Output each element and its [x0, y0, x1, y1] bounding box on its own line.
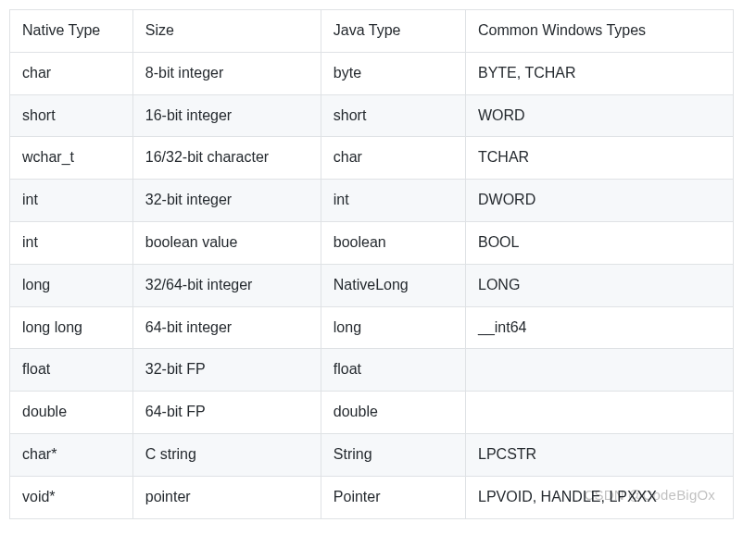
table-header-row: Native Type Size Java Type Common Window… [10, 10, 734, 53]
cell-java: float [321, 349, 465, 392]
cell-native: int [10, 180, 133, 222]
cell-size: 16-bit integer [132, 94, 321, 137]
table-row: char 8-bit integer byte BYTE, TCHAR [10, 52, 734, 94]
cell-native: float [10, 349, 133, 392]
table-row: short 16-bit integer short WORD [10, 94, 734, 137]
cell-java: String [321, 433, 465, 476]
cell-native: long [10, 264, 133, 306]
cell-native: long long [10, 306, 133, 349]
cell-windows: WORD [466, 94, 734, 137]
cell-java: byte [321, 52, 465, 94]
cell-windows: TCHAR [466, 137, 734, 180]
cell-java: long [321, 306, 465, 349]
cell-windows: LPCSTR [466, 433, 734, 476]
table-row: wchar_t 16/32-bit character char TCHAR [10, 137, 734, 180]
cell-windows: __int64 [466, 306, 734, 349]
cell-java: char [321, 137, 465, 180]
table-row: double 64-bit FP double [10, 392, 734, 434]
cell-windows: LONG [466, 264, 734, 306]
cell-java: Pointer [321, 476, 465, 518]
cell-size: 8-bit integer [132, 52, 321, 94]
col-header-java: Java Type [321, 10, 465, 53]
col-header-native: Native Type [10, 10, 133, 53]
cell-java: int [321, 180, 465, 222]
table-row: void* pointer Pointer LPVOID, HANDLE, LP… [10, 476, 734, 518]
table-row: long long 64-bit integer long __int64 [10, 306, 734, 349]
col-header-windows: Common Windows Types [466, 10, 734, 53]
cell-java: boolean [321, 221, 465, 264]
cell-windows: DWORD [466, 180, 734, 222]
cell-java: short [321, 94, 465, 137]
col-header-size: Size [132, 10, 321, 53]
cell-native: double [10, 392, 133, 434]
cell-native: char* [10, 433, 133, 476]
cell-windows: LPVOID, HANDLE, LPXXX [466, 476, 734, 518]
cell-size: 64-bit FP [132, 392, 321, 434]
cell-java: double [321, 392, 465, 434]
cell-size: 32-bit FP [132, 349, 321, 392]
table-row: long 32/64-bit integer NativeLong LONG [10, 264, 734, 306]
table-row: float 32-bit FP float [10, 349, 734, 392]
cell-size: pointer [132, 476, 321, 518]
type-mapping-table: Native Type Size Java Type Common Window… [9, 9, 734, 519]
cell-native: char [10, 52, 133, 94]
cell-size: 16/32-bit character [132, 137, 321, 180]
table-row: char* C string String LPCSTR [10, 433, 734, 476]
cell-size: C string [132, 433, 321, 476]
cell-size: boolean value [132, 221, 321, 264]
cell-windows: BOOL [466, 221, 734, 264]
cell-native: wchar_t [10, 137, 133, 180]
cell-windows [466, 392, 734, 434]
cell-size: 32-bit integer [132, 180, 321, 222]
cell-native: short [10, 94, 133, 137]
cell-windows [466, 349, 734, 392]
cell-java: NativeLong [321, 264, 465, 306]
cell-windows: BYTE, TCHAR [466, 52, 734, 94]
cell-native: int [10, 221, 133, 264]
table-row: int boolean value boolean BOOL [10, 221, 734, 264]
cell-native: void* [10, 476, 133, 518]
cell-size: 64-bit integer [132, 306, 321, 349]
cell-size: 32/64-bit integer [132, 264, 321, 306]
table-row: int 32-bit integer int DWORD [10, 180, 734, 222]
